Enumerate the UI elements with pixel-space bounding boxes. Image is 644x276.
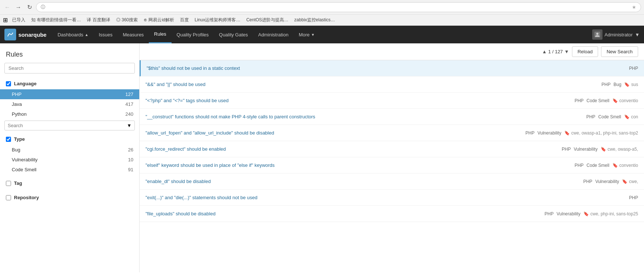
reload-browser-button[interactable]: ↻ [25, 3, 34, 12]
bookmark-linux[interactable]: Linux运维架构师博客… [193, 16, 242, 24]
bookmark-wangyi[interactable]: ⊕ 网易云id解析 [142, 16, 176, 24]
filter-item-codesmell-name: Code Smell [12, 167, 36, 172]
sidebar-search-input[interactable] [4, 63, 135, 74]
rule-tags: 🔖 cwe, owasp-a5, [601, 147, 638, 152]
rule-tag-text: conventio [619, 98, 638, 103]
filter-item-bug[interactable]: Bug 26 [0, 145, 139, 155]
bookmark-baidu-translate[interactable]: 译 百度翻译 [85, 16, 111, 24]
nav-dashboards[interactable]: Dashboards ▲ [53, 26, 94, 43]
rule-lang: PHP [629, 195, 638, 200]
filter-item-java-name: Java [12, 101, 22, 107]
rule-row[interactable]: "<?php" and "<?=" tags should be used PH… [140, 93, 644, 109]
language-label: Language [14, 81, 36, 86]
rule-row[interactable]: "__construct" functions should not make … [140, 109, 644, 125]
url-input[interactable]: 192.168.3.199:9000/coding_rules#language… [47, 4, 630, 10]
rule-meta: PHP Bug 🔖 sus [601, 82, 638, 87]
rule-row[interactable]: "elseif" keyword should be used in place… [140, 157, 644, 173]
browser-chrome: ← → ↻ ⓘ 192.168.3.199:9000/coding_rules#… [0, 0, 644, 26]
pagination-down-arrow[interactable]: ▼ [564, 49, 569, 54]
dropdown-arrow-icon[interactable]: ▼ [127, 123, 132, 128]
filter-item-java[interactable]: Java 417 [0, 99, 139, 109]
admin-avatar-icon [592, 29, 602, 40]
filter-item-bug-name: Bug [12, 147, 20, 153]
tag-icon: 🔖 [624, 82, 630, 87]
logo[interactable]: sonarqube [4, 29, 47, 40]
rule-meta: PHP [629, 66, 638, 71]
rule-row[interactable]: "&&" and "||" should be used PHP Bug 🔖 s… [140, 76, 644, 93]
filter-item-python[interactable]: Python 240 [0, 109, 139, 119]
nav-rules[interactable]: Rules [149, 26, 171, 43]
rule-lang: PHP [629, 66, 638, 71]
bookmark-360[interactable]: ◎ 360搜索 [115, 16, 139, 24]
rule-name: "elseif" keyword should be used in place… [145, 162, 575, 168]
filter-item-vulnerability[interactable]: Vulnerability 10 [0, 155, 139, 165]
rule-type: Bug [614, 82, 621, 87]
rule-tags: 🔖 conventio [612, 98, 638, 103]
rule-meta: PHP Code Smell 🔖 conventio [575, 98, 638, 103]
tag-icon: 🔖 [624, 114, 630, 119]
forward-button[interactable]: → [14, 3, 23, 12]
chevron-more-icon: ▼ [311, 33, 315, 37]
new-search-button[interactable]: New Search [601, 46, 638, 57]
type-checkbox[interactable] [6, 137, 11, 142]
rule-lang: PHP [583, 179, 593, 184]
filter-item-codesmell-count: 91 [128, 167, 133, 172]
admin-button[interactable]: Administrator ▼ [592, 29, 640, 40]
rule-type: Vulnerability [537, 130, 561, 136]
browser-toolbar: ← → ↻ ⓘ 192.168.3.199:9000/coding_rules#… [0, 0, 644, 14]
pagination-up-arrow[interactable]: ▲ [542, 49, 547, 54]
filter-item-python-name: Python [12, 111, 26, 117]
nav-quality-gates[interactable]: Quality Gates [214, 26, 253, 43]
language-search-custom: ▼ [4, 121, 135, 130]
nav-administration[interactable]: Administration [253, 26, 294, 43]
rule-row[interactable]: "exit(...)" and "die(...)" statements sh… [140, 190, 644, 206]
lock-icon: ⓘ [41, 4, 45, 10]
rule-row[interactable]: "cgi.force_redirect" should be enabled P… [140, 141, 644, 157]
filter-item-bug-count: 26 [128, 147, 133, 153]
language-checkbox[interactable] [6, 81, 11, 86]
rule-name: "$this" should not be used in a static c… [147, 65, 629, 71]
rule-tag-text: conventio [619, 163, 638, 168]
rule-tag-text: cwe, owasp-a5, [608, 147, 638, 152]
rule-lang: PHP [601, 82, 611, 87]
nav-measures[interactable]: Measures [118, 26, 149, 43]
star-icon[interactable]: ★ [632, 4, 636, 10]
bookmark-centos[interactable]: CentOS进阶与提高… [245, 16, 290, 24]
rule-row[interactable]: "file_uploads" should be disabled PHP Vu… [140, 206, 644, 222]
rule-meta: PHP Vulnerability 🔖 cwe, owasp-a5, [562, 147, 638, 152]
bookmark-imported[interactable]: 已导入 [11, 16, 27, 24]
type-label: Type [14, 136, 25, 142]
rule-row[interactable]: "allow_url_fopen" and "allow_url_include… [140, 125, 644, 141]
app-header: sonarqube Dashboards ▲ Issues Measures R… [0, 26, 644, 43]
rule-tags: 🔖 conventio [612, 163, 638, 168]
filter-item-php-name: PHP [12, 92, 22, 97]
rule-tags: 🔖 sus [624, 82, 638, 87]
rule-row[interactable]: "$this" should not be used in a static c… [140, 60, 644, 76]
rule-row[interactable]: "enable_dl" should be disabled PHP Vulne… [140, 173, 644, 190]
nav-issues[interactable]: Issues [94, 26, 118, 43]
repository-checkbox[interactable] [6, 195, 11, 200]
back-button[interactable]: ← [3, 3, 12, 12]
rule-tags: 🔖 cwe, [622, 179, 638, 184]
language-search-input[interactable] [8, 123, 127, 128]
repository-filter-header: Repository [0, 192, 139, 203]
nav-quality-profiles[interactable]: Quality Profiles [172, 26, 214, 43]
admin-chevron-icon: ▼ [635, 32, 640, 37]
tag-checkbox[interactable] [6, 181, 11, 186]
reload-button[interactable]: Reload [572, 46, 598, 57]
rule-type: Vulnerability [574, 147, 598, 152]
bookmark-drama[interactable]: 知 有哪些剧情值得一看… [30, 16, 82, 24]
main-layout: Rules Language PHP 127 Java 417 Python 2… [0, 43, 644, 272]
type-filter-header: Type [0, 133, 139, 145]
rule-tags: 🔖 con [624, 114, 638, 119]
filter-item-codesmell[interactable]: Code Smell 91 [0, 165, 139, 175]
nav-more[interactable]: More ▼ [294, 26, 320, 43]
rule-tag-text: sus [631, 82, 638, 87]
filter-item-php[interactable]: PHP 127 [0, 89, 139, 99]
bookmark-baidu[interactable]: 百度 [179, 16, 190, 24]
tag-icon: 🔖 [612, 163, 618, 168]
apps-icon[interactable]: ⊞ [3, 17, 8, 24]
bookmark-zabbix[interactable]: zabbix监控elastics… [293, 16, 337, 24]
filter-item-python-count: 240 [125, 111, 133, 117]
rule-type: Vulnerability [557, 211, 580, 216]
